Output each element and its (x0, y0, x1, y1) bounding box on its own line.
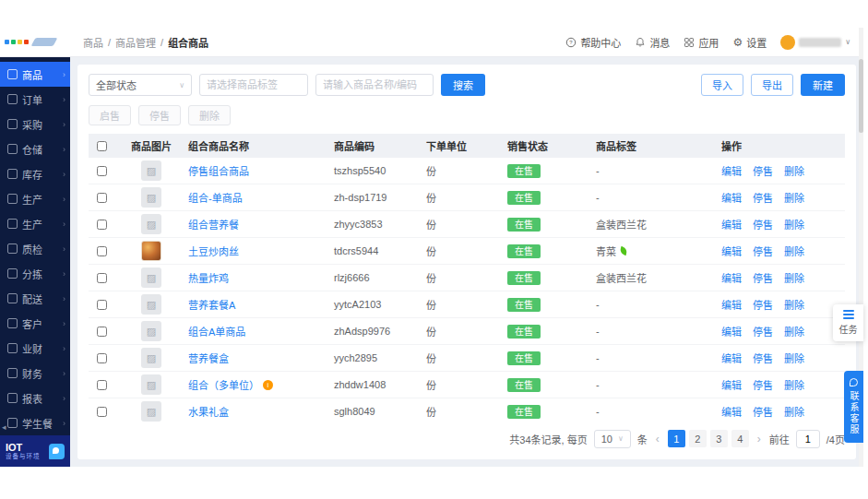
breadcrumb-item[interactable]: 商品 (83, 35, 103, 50)
page-size-select[interactable]: 10 ∨ (594, 430, 631, 448)
chevron-right-icon: › (63, 195, 65, 204)
row-action-stop-sale[interactable]: 停售 (753, 324, 773, 339)
page-button-4[interactable]: 4 (731, 430, 749, 447)
row-action-stop-sale[interactable]: 停售 (753, 190, 773, 205)
row-action-stop-sale[interactable]: 停售 (753, 163, 773, 178)
row-action-delete[interactable]: 删除 (784, 163, 804, 178)
product-name-link[interactable]: 组合-单商品 (188, 190, 243, 205)
product-name-link[interactable]: 水果礼盒 (188, 404, 229, 419)
row-action-delete[interactable]: 删除 (784, 324, 804, 339)
row-action-delete[interactable]: 删除 (784, 217, 804, 232)
name-filter-input[interactable] (315, 74, 434, 96)
row-action-edit[interactable]: 编辑 (721, 244, 742, 258)
row-operations: 编辑停售删除 (721, 297, 845, 312)
row-action-edit[interactable]: 编辑 (721, 190, 742, 205)
create-button[interactable]: 新建 (801, 74, 845, 96)
row-action-stop-sale[interactable]: 停售 (753, 297, 773, 312)
sidebar-item-订单[interactable]: 订单 › (0, 87, 70, 112)
row-action-edit[interactable]: 编辑 (721, 217, 742, 232)
row-action-stop-sale[interactable]: 停售 (753, 270, 773, 285)
sidebar-item-库存[interactable]: 库存 › (0, 161, 70, 186)
row-action-stop-sale[interactable]: 停售 (753, 244, 773, 258)
row-action-edit[interactable]: 编辑 (721, 163, 742, 178)
bulk-enable-button[interactable]: 启售 (89, 105, 131, 125)
sidebar-item-采购[interactable]: 采购 › (0, 112, 70, 137)
row-checkbox[interactable] (97, 246, 107, 256)
task-floating-button[interactable]: 任务 (833, 304, 863, 341)
sidebar-item-商品[interactable]: 商品 › (0, 62, 70, 87)
status-select[interactable]: 全部状态 ∨ (89, 74, 192, 96)
row-checkbox[interactable] (97, 166, 107, 176)
sidebar-item-报表[interactable]: 报表 › (0, 386, 70, 410)
messages-button[interactable]: 消息 (635, 35, 670, 50)
row-action-stop-sale[interactable]: 停售 (753, 404, 773, 419)
sidebar-item-生产[interactable]: 生产 › (0, 186, 70, 211)
order-unit: 份 (426, 190, 507, 205)
row-checkbox[interactable] (97, 407, 107, 417)
row-action-stop-sale[interactable]: 停售 (753, 217, 773, 232)
row-checkbox[interactable] (97, 327, 107, 337)
row-action-edit[interactable]: 编辑 (721, 297, 742, 312)
row-action-delete[interactable]: 删除 (784, 350, 804, 365)
row-action-edit[interactable]: 编辑 (721, 350, 742, 365)
sidebar-item-质检[interactable]: 质检 › (0, 236, 70, 261)
sidebar-item-生产[interactable]: 生产 › (0, 211, 70, 236)
menu-item-label: 质检 (22, 242, 58, 256)
row-action-stop-sale[interactable]: 停售 (753, 350, 773, 365)
sidebar-collapse-icon[interactable]: ◂ (2, 422, 6, 432)
user-menu[interactable]: ∨ (780, 35, 850, 50)
apps-button[interactable]: 应用 (684, 35, 719, 50)
bulk-delete-button[interactable]: 删除 (188, 105, 231, 125)
product-name-link[interactable]: 组合营养餐 (188, 217, 239, 232)
product-name-link[interactable]: 营养餐盒 (188, 350, 229, 365)
row-action-delete[interactable]: 删除 (784, 404, 804, 419)
settings-button[interactable]: ⚙ 设置 (732, 35, 767, 50)
row-action-edit[interactable]: 编辑 (721, 324, 742, 339)
sidebar-item-学生餐[interactable]: 学生餐 › (0, 410, 70, 435)
search-button[interactable]: 搜索 (441, 74, 485, 96)
next-page-icon[interactable]: › (755, 433, 763, 446)
row-checkbox[interactable] (97, 380, 107, 390)
product-name-link[interactable]: 停售组合商品 (188, 163, 249, 178)
row-action-delete[interactable]: 删除 (784, 270, 804, 285)
row-checkbox[interactable] (97, 300, 107, 310)
tag-filter-input[interactable] (199, 74, 308, 96)
contact-service-button[interactable]: 联系客服 (844, 371, 863, 443)
page-button-3[interactable]: 3 (710, 430, 728, 447)
row-action-delete[interactable]: 删除 (784, 297, 804, 312)
row-action-edit[interactable]: 编辑 (721, 377, 742, 392)
row-checkbox[interactable] (97, 193, 107, 203)
select-all-checkbox[interactable] (97, 141, 107, 151)
sidebar-item-财务[interactable]: 财务 › (0, 361, 70, 386)
row-action-delete[interactable]: 删除 (784, 377, 804, 392)
export-button[interactable]: 导出 (751, 74, 793, 96)
goto-page-input[interactable] (796, 430, 820, 448)
sidebar-item-客户[interactable]: 客户 › (0, 311, 70, 336)
product-name-link[interactable]: 营养套餐A (188, 297, 235, 312)
product-name-link[interactable]: 组合（多单位） (188, 377, 259, 392)
page-button-1[interactable]: 1 (668, 430, 685, 447)
product-name-link[interactable]: 组合A单商品 (188, 324, 245, 339)
product-name-link[interactable]: 热量炸鸡 (188, 270, 229, 285)
sidebar-item-业财[interactable]: 业财 › (0, 336, 70, 361)
row-action-stop-sale[interactable]: 停售 (753, 377, 773, 392)
bulk-disable-button[interactable]: 停售 (138, 105, 181, 125)
sidebar-item-配送[interactable]: 配送 › (0, 286, 70, 311)
prev-page-icon[interactable]: ‹ (654, 433, 661, 446)
scrollbar-thumb[interactable] (859, 59, 863, 133)
row-checkbox[interactable] (97, 273, 107, 283)
help-center-button[interactable]: ? 帮助中心 (565, 35, 621, 50)
import-button[interactable]: 导入 (701, 74, 743, 96)
page-button-2[interactable]: 2 (689, 430, 707, 447)
row-checkbox[interactable] (97, 220, 107, 230)
breadcrumb-separator: / (161, 37, 163, 48)
sidebar-item-仓储[interactable]: 仓储 › (0, 137, 70, 161)
sidebar-item-分拣[interactable]: 分拣 › (0, 261, 70, 286)
breadcrumb-item[interactable]: 商品管理 (115, 35, 156, 50)
row-action-edit[interactable]: 编辑 (721, 404, 742, 419)
row-action-delete[interactable]: 删除 (784, 244, 804, 258)
row-action-edit[interactable]: 编辑 (721, 270, 742, 285)
row-action-delete[interactable]: 删除 (784, 190, 804, 205)
row-checkbox[interactable] (97, 353, 107, 363)
product-name-link[interactable]: 土豆炒肉丝 (188, 244, 239, 258)
